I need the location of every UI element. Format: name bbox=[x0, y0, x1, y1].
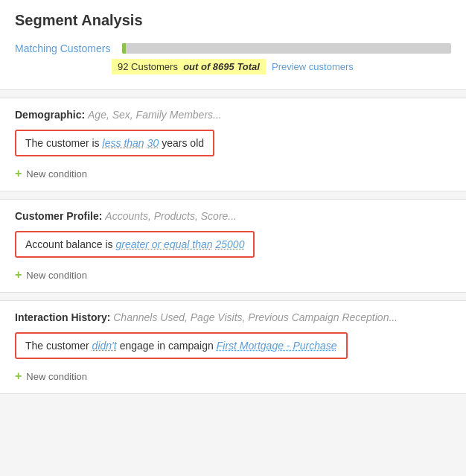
section-header-interaction: Interaction History: Channels Used, Page… bbox=[15, 311, 451, 323]
section-header-main-interaction: Interaction History: bbox=[15, 311, 110, 323]
section-header-profile: Customer Profile: Accounts, Products, Sc… bbox=[15, 210, 451, 222]
new-condition-label-profile: New condition bbox=[26, 270, 87, 281]
plus-icon-demographic: + bbox=[15, 167, 22, 180]
customers-count-badge: 92 Customers out of 8695 Total bbox=[112, 59, 266, 74]
new-condition-label-demographic: New condition bbox=[26, 168, 87, 180]
customers-count-row: 92 Customers out of 8695 Total Preview c… bbox=[15, 59, 451, 74]
condition-didnt[interactable]: didn't bbox=[92, 340, 117, 352]
new-condition-interaction[interactable]: + New condition bbox=[15, 369, 451, 383]
section-header-main-profile: Customer Profile: bbox=[15, 210, 102, 222]
section-header-main: Demographic: bbox=[15, 109, 85, 121]
condition-text-interaction-2: engage in campaign bbox=[120, 340, 214, 352]
section-header-sub-interaction: Channels Used, Page Visits, Previous Cam… bbox=[113, 311, 398, 323]
condition-campaign-name[interactable]: First Mortgage - Purchase bbox=[217, 340, 337, 352]
plus-icon-interaction: + bbox=[15, 369, 22, 383]
section-customer-profile: Customer Profile: Accounts, Products, Sc… bbox=[0, 199, 466, 293]
badge-count: 92 Customers bbox=[118, 61, 178, 72]
section-header-sub: Age, Sex, Family Members... bbox=[88, 109, 222, 121]
preview-customers-link[interactable]: Preview customers bbox=[272, 61, 354, 72]
page-title: Segment Analysis bbox=[15, 12, 451, 29]
condition-age-value[interactable]: 30 bbox=[147, 137, 159, 149]
section-header-sub-profile: Accounts, Products, Score... bbox=[105, 210, 237, 222]
condition-box-interaction: The customer didn't engage in campaign F… bbox=[15, 332, 348, 359]
new-condition-label-interaction: New condition bbox=[26, 371, 87, 382]
new-condition-profile[interactable]: + New condition bbox=[15, 268, 451, 282]
matching-customers-row: Matching Customers bbox=[15, 42, 451, 54]
matching-customers-label: Matching Customers bbox=[15, 42, 110, 54]
section-interaction-history: Interaction History: Channels Used, Page… bbox=[0, 300, 466, 394]
condition-greater-equal[interactable]: greater or equal than bbox=[116, 238, 213, 250]
section-demographic: Demographic: Age, Sex, Family Members...… bbox=[0, 98, 466, 191]
condition-box-demographic: The customer is less than 30 years old bbox=[15, 130, 214, 156]
new-condition-demographic[interactable]: + New condition bbox=[15, 167, 451, 180]
badge-total: out of 8695 Total bbox=[183, 61, 260, 72]
condition-text-2: years old bbox=[162, 137, 204, 149]
condition-balance-value[interactable]: 25000 bbox=[216, 238, 245, 250]
top-section: Segment Analysis Matching Customers 92 C… bbox=[0, 0, 466, 90]
progress-bar-fill bbox=[122, 43, 126, 54]
condition-text-interaction-1: The customer bbox=[25, 340, 89, 352]
plus-icon-profile: + bbox=[15, 268, 22, 282]
section-header-demographic: Demographic: Age, Sex, Family Members... bbox=[15, 109, 451, 121]
condition-text-profile-1: Account balance is bbox=[25, 238, 113, 250]
condition-less-than[interactable]: less than bbox=[103, 137, 144, 149]
condition-box-profile: Account balance is greater or equal than… bbox=[15, 231, 255, 258]
condition-text-1: The customer is bbox=[25, 137, 100, 149]
progress-bar-container bbox=[122, 43, 451, 54]
